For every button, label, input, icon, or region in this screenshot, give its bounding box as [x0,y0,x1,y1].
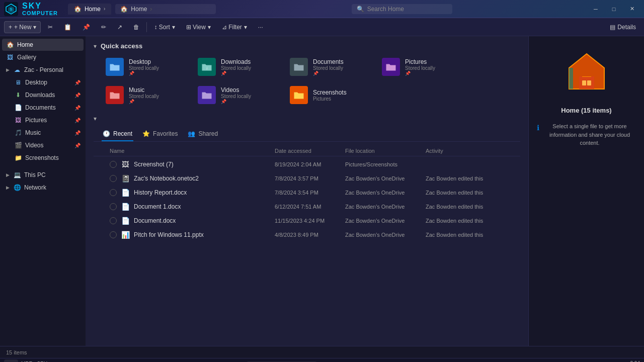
qa-screenshots[interactable]: Screenshots Pictures [286,83,374,107]
sidebar-item-home[interactable]: 🏠 Home [2,39,84,51]
detail-info: ℹ Select a single file to get more infor… [537,122,636,147]
copy-button[interactable]: 📋 [60,22,75,33]
sidebar-item-pictures[interactable]: 🖼 Pictures 📌 [2,114,84,126]
filter-label: ⊿ Filter [222,24,242,31]
tab-favorites[interactable]: ⭐ Favorites [141,127,179,141]
favorites-tab-label: Favorites [153,130,178,137]
file-checkbox[interactable] [110,217,117,224]
view-chevron: ▾ [208,24,211,31]
taskbar-store[interactable]: 🛍 [368,360,381,363]
sort-button[interactable]: ↕ Sort ▾ [150,22,179,33]
quick-access-title: Quick access [101,42,142,50]
file-checkbox[interactable] [110,175,117,182]
sidebar-item-this-pc[interactable]: ▶ 💻 This PC [2,169,84,181]
qa-pictures[interactable]: Pictures Stored locally 📌 [378,55,466,79]
tab-recent[interactable]: 🕐 Recent [102,127,133,141]
file-name: Document 1.docx [134,203,181,210]
file-row[interactable]: 📊 Pitch for Windows 11.pptx 4/8/2023 8:4… [94,228,520,242]
file-date: 7/8/2024 3:54 PM [275,190,345,196]
detail-info-text: Select a single file to get more informa… [543,122,636,147]
toolbar-right: ▤ Details [606,22,640,33]
taskbar-app-game[interactable]: 🎮 [4,359,18,363]
taskbar-left: 🎮 MRE - CRY Game score [4,359,48,363]
svg-rect-10 [569,68,573,89]
qa-downloads[interactable]: ↓ Downloads Stored locally 📌 [194,55,282,79]
sort-label: ↕ Sort [154,24,170,31]
quick-access-header[interactable]: ▾ Quick access [94,42,520,50]
qa-screenshots-sub: Pictures [313,96,347,102]
maximize-button[interactable]: □ [606,4,622,14]
home-tab-icon: 🏠 [74,6,82,13]
details-icon: ▤ [610,24,615,31]
toggle-icon: ▶ [5,67,10,72]
recent-header[interactable]: ▾ [94,115,520,122]
app-logo: S SKY COMPUTER [4,2,58,17]
file-row[interactable]: 🖼 Screenshot (7) 8/19/2024 2:04 AM Pictu… [94,157,520,171]
sidebar-item-gallery[interactable]: 🖼 Gallery [2,51,84,63]
file-checkbox[interactable] [110,189,117,196]
home-tab[interactable]: 🏠 Home › [68,4,111,15]
taskbar-browser[interactable]: 🌐 [320,360,333,363]
qa-music-info: Music Stored locally 📌 [129,86,159,104]
address-icon: 🏠 [120,6,128,13]
qa-pictures-info: Pictures Stored locally 📌 [405,58,435,76]
qa-videos[interactable]: Videos Stored locally 📌 [194,83,282,107]
taskbar-edge[interactable]: 🔵 [352,360,365,363]
minimize-button[interactable]: ─ [588,4,604,14]
documents-icon: 📄 [14,104,22,112]
sidebar-item-zac-personal[interactable]: ▶ ☁ Zac - Personal [2,64,84,76]
tab-shared[interactable]: 👥 Shared [187,127,219,141]
close-button[interactable]: ✕ [624,4,640,14]
sidebar-item-desktop[interactable]: 🖥 Desktop 📌 [2,76,84,88]
sidebar-item-documents[interactable]: 📄 Documents 📌 [2,102,84,114]
screenshots-icon: 📁 [14,154,22,162]
filter-button[interactable]: ⊿ Filter ▾ [218,22,251,33]
taskbar-news[interactable]: 🌍 [384,360,397,363]
pc-icon: 💻 [13,171,21,179]
qa-pictures-sub: Stored locally [405,65,435,71]
qa-screenshots-icon [290,86,308,104]
sidebar-item-network[interactable]: ▶ 🌐 Network [2,182,84,194]
delete-button[interactable]: 🗑 [129,22,143,33]
more-button[interactable]: ··· [254,22,267,33]
taskbar-photos[interactable]: 📷 [400,360,414,363]
paste-button[interactable]: 📌 [78,22,94,33]
file-checkbox[interactable] [110,203,117,210]
file-row[interactable]: 📄 Document.docx 11/15/2023 4:24 PM Zac B… [94,214,520,228]
sidebar-item-downloads[interactable]: ⬇ Downloads 📌 [2,89,84,101]
file-thumb: 🖼 [121,160,130,169]
taskbar-files[interactable]: 📁 [336,360,349,363]
qa-pictures-name: Pictures [405,58,435,65]
rename-button[interactable]: ✏ [97,22,110,33]
qa-music[interactable]: Music Stored locally 📌 [102,83,190,107]
address-bar[interactable]: 🏠 Home › [115,4,216,14]
cut-button[interactable]: ✂ [44,22,57,33]
sidebar-item-music[interactable]: 🎵 Music 📌 [2,127,84,139]
qa-documents-info: Documents Stored locally 📌 [313,58,344,76]
videos-icon: 🎬 [14,141,22,149]
qa-documents-name: Documents [313,58,344,65]
file-checkbox[interactable] [110,161,117,168]
qa-screenshots-info: Screenshots Pictures [313,89,347,102]
share-button[interactable]: ↗ [113,22,126,33]
file-location: Pictures/Screenshots [345,161,426,167]
sidebar-item-screenshots[interactable]: 📁 Screenshots [2,152,84,164]
search-placeholder: Search Home [367,6,404,13]
file-row[interactable]: 📄 Document 1.docx 6/12/2024 7:51 AM Zac … [94,200,520,214]
qa-desktop[interactable]: Desktop Stored locally 📌 [102,55,190,79]
file-checkbox[interactable] [110,231,117,238]
details-button[interactable]: ▤ Details [606,22,640,33]
qa-documents[interactable]: Documents Stored locally 📌 [286,55,374,79]
sky-logo-icon: S [4,2,18,16]
new-button[interactable]: + + New ▾ [4,21,41,33]
start-button[interactable]: ⊞ [230,360,244,363]
view-button[interactable]: ⊞ View ▾ [182,22,215,33]
col-location: File location [345,148,426,154]
filter-chevron: ▾ [244,24,247,31]
file-thumb: 📓 [121,174,130,183]
file-row[interactable]: 📄 History Report.docx 7/8/2024 3:54 PM Z… [94,186,520,200]
sidebar-label-pictures: Pictures [25,117,47,124]
file-row[interactable]: 📓 Zac's Notebook.onetoc2 7/8/2024 3:57 P… [94,171,520,186]
sidebar-item-videos[interactable]: 🎬 Videos 📌 [2,139,84,151]
search-bar[interactable]: 🔍 Search Home [352,4,452,14]
